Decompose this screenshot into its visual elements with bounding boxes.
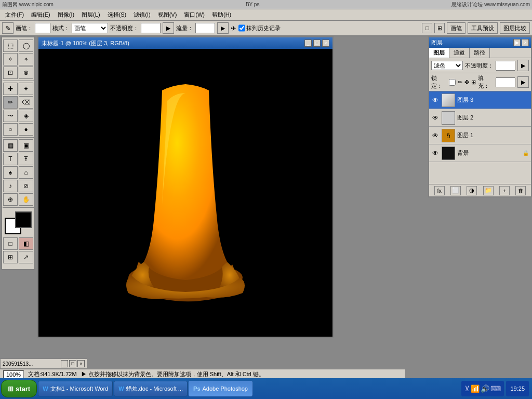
layer-bg-name: 背景: [457, 149, 523, 157]
fill-input[interactable]: 100%: [496, 77, 515, 87]
taskbar-item-ps[interactable]: Ps Adobe Photoshop: [189, 381, 252, 396]
airbrush-icon[interactable]: ✈: [231, 24, 236, 32]
systray-icon-4: ⌨: [490, 384, 501, 393]
blend-mode-select[interactable]: 画笔: [72, 23, 108, 33]
flow-btn[interactable]: ▶: [217, 22, 229, 34]
layer-delete-btn[interactable]: 🗑: [515, 186, 526, 195]
tool-eyedropper[interactable]: ⊘: [19, 180, 33, 192]
tool-type[interactable]: T: [3, 153, 18, 165]
tool-dodge[interactable]: ○: [3, 123, 18, 136]
tool-slice[interactable]: ⊗: [19, 66, 33, 79]
tab-channels[interactable]: 通道: [449, 48, 470, 58]
tool-paint-bucket[interactable]: ▣: [19, 139, 33, 152]
foreground-color-swatch[interactable]: [15, 211, 32, 228]
mini-win-maximize-btn[interactable]: □: [69, 360, 76, 367]
blend-mode-layers-select[interactable]: 滤色: [431, 61, 463, 70]
layer-row-3[interactable]: 👁 图层 3: [429, 91, 531, 109]
menu-select[interactable]: 选择(S): [104, 10, 130, 20]
layers-panel-close-btn[interactable]: ×: [522, 39, 529, 46]
canvas-maximize-btn[interactable]: □: [313, 39, 321, 47]
layer-compare-btn[interactable]: 图层比较: [500, 22, 530, 34]
tool-sharpen[interactable]: ◈: [19, 110, 33, 122]
tool-lasso-poly[interactable]: ⌖: [19, 53, 33, 65]
options-icon1[interactable]: □: [422, 23, 432, 33]
layer-adjustment-btn[interactable]: ◑: [467, 186, 477, 195]
layers-panel-options-btn[interactable]: ▶: [513, 39, 521, 46]
opacity-layers-btn[interactable]: ▶: [517, 60, 529, 71]
layer-mask-btn[interactable]: ⬜: [450, 186, 461, 195]
opacity-input[interactable]: 100%: [141, 23, 161, 33]
tab-layers[interactable]: 图层: [429, 48, 449, 58]
tool-marquee-rect[interactable]: ⬚: [3, 39, 18, 52]
tool-smudge[interactable]: 〜: [3, 110, 18, 122]
canvas-minimize-btn[interactable]: _: [304, 39, 312, 47]
jump-to-btn[interactable]: ↗: [19, 251, 33, 263]
tool-type-vert[interactable]: Ŧ: [19, 153, 33, 165]
tool-lasso[interactable]: ✧: [3, 53, 18, 65]
opacity-layers-input[interactable]: 36%: [496, 61, 515, 71]
brush-panel-btn[interactable]: 画笔: [447, 22, 466, 34]
tab-paths[interactable]: 路径: [470, 48, 490, 58]
layer-row-2[interactable]: 👁 图层 2: [429, 109, 531, 127]
watermark-left: 前图网 www.nipic.com: [2, 1, 54, 8]
fill-label: 填充：: [478, 74, 494, 90]
standard-mode-btn[interactable]: □: [3, 237, 18, 250]
tool-pen[interactable]: ♠: [3, 166, 18, 179]
options-bar: ✎ 画笔： 10 模式： 画笔 不透明度： 100% ▶ 流量： 100% ▶ …: [0, 21, 532, 36]
tool-hand[interactable]: ✋: [19, 193, 33, 206]
tool-freeform[interactable]: ⌂: [19, 166, 33, 179]
brush-size-input[interactable]: 10: [35, 23, 50, 33]
lock-icon-2: ✤: [464, 79, 469, 86]
tool-zoom[interactable]: ⊕: [3, 193, 18, 206]
layer-bg-eye[interactable]: 👁: [431, 149, 440, 157]
layer-3-eye[interactable]: 👁: [431, 96, 440, 104]
mini-win-close-btn[interactable]: ×: [77, 360, 85, 367]
menu-help[interactable]: 帮助(H): [209, 10, 234, 20]
layer-row-bg[interactable]: 👁 背景 🔒: [429, 144, 531, 162]
layer-group-btn[interactable]: 📁: [483, 186, 494, 195]
screen-mode-btn[interactable]: ⊞: [3, 251, 18, 263]
flow-input[interactable]: 100%: [195, 23, 215, 33]
layer-1-eye[interactable]: 👁: [431, 131, 440, 140]
options-icon2[interactable]: ⊞: [434, 23, 445, 33]
menu-filter[interactable]: 滤镜(I): [130, 10, 153, 20]
menu-window[interactable]: 窗口(W): [181, 10, 208, 20]
tool-crop[interactable]: ⊡: [3, 66, 18, 79]
start-icon: ⊞: [8, 385, 14, 393]
brush-preset-btn[interactable]: ✎: [2, 22, 14, 34]
menu-edit[interactable]: 编辑(E): [28, 10, 54, 20]
layer-fx-btn[interactable]: fx: [434, 186, 445, 195]
tool-notes[interactable]: ♪: [3, 180, 18, 192]
layer-2-eye[interactable]: 👁: [431, 114, 440, 122]
tool-eraser[interactable]: ⌫: [19, 96, 33, 109]
taskbar-item-doc[interactable]: W 蜡烛.doc - Microsoft ...: [114, 381, 188, 396]
menu-view[interactable]: 视图(V): [155, 10, 180, 20]
taskbar-item-word[interactable]: W 文档1 - Microsoft Word: [38, 381, 113, 396]
opacity-btn[interactable]: ▶: [163, 22, 174, 34]
start-button[interactable]: ⊞ start: [1, 380, 37, 397]
tool-brush[interactable]: ✏: [3, 96, 18, 109]
color-picker[interactable]: [5, 211, 32, 234]
tool-gradient[interactable]: ▦: [3, 139, 18, 152]
erase-history-checkbox[interactable]: 抹到历史记录: [238, 23, 281, 33]
tool-marquee-ellipse[interactable]: ◯: [19, 39, 33, 52]
lock-transparent-check[interactable]: [449, 79, 456, 86]
layer-row-1[interactable]: 👁 🕯 图层 1: [429, 127, 531, 144]
zoom-level: 100%: [3, 370, 24, 379]
menu-layer[interactable]: 图层(L): [78, 10, 103, 20]
canvas-close-btn[interactable]: ×: [322, 39, 329, 47]
tool-burn[interactable]: ●: [19, 123, 33, 136]
tool-preset-btn[interactable]: 工具预设: [468, 22, 498, 34]
canvas-title: 未标题-1 @ 100% (图层 3, RGB/8): [42, 39, 129, 47]
layer-new-btn[interactable]: +: [499, 186, 510, 195]
fill-btn[interactable]: ▶: [517, 76, 529, 88]
menu-image[interactable]: 图像(I): [55, 10, 77, 20]
mini-win-minimize-btn[interactable]: _: [61, 360, 68, 367]
tool-heal[interactable]: ✚: [3, 83, 18, 95]
brush-size-label: 画笔：: [16, 24, 33, 32]
quick-mask-btn[interactable]: ◧: [19, 237, 33, 250]
tool-stamp[interactable]: ✦: [19, 83, 33, 95]
erase-history-check[interactable]: [238, 23, 245, 33]
taskbar-item-doc-icon: W: [118, 385, 124, 392]
menu-file[interactable]: 文件(F): [2, 10, 27, 20]
